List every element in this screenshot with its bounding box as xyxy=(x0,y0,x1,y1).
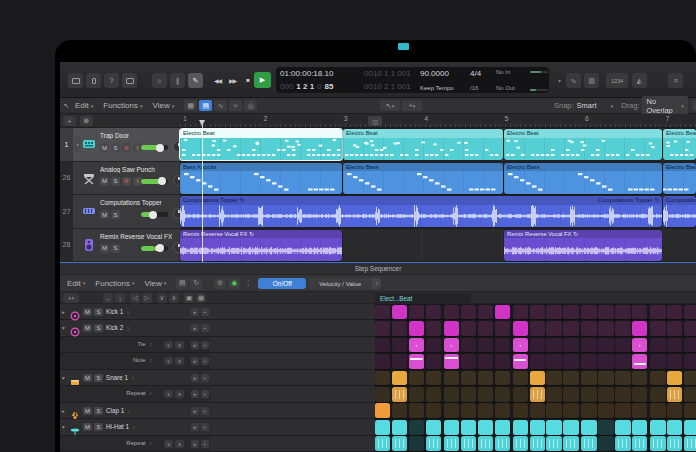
row-options-button[interactable]: ▪ xyxy=(201,374,209,382)
step-cell-repeat-3[interactable] xyxy=(409,436,424,451)
step-cell-repeat-15[interactable] xyxy=(615,387,630,402)
step-cell-hi-hat-1-19[interactable] xyxy=(684,420,696,435)
step-cell-note-4[interactable] xyxy=(426,354,441,369)
volume-slider[interactable] xyxy=(141,179,168,184)
step-cell-snare-1-5[interactable] xyxy=(444,371,459,386)
step-cell-kick-2-11[interactable] xyxy=(546,321,561,336)
step-cell-hi-hat-1-18[interactable] xyxy=(667,420,682,435)
step-cell-snare-1-19[interactable] xyxy=(684,371,696,386)
step-cell-kick-2-18[interactable] xyxy=(667,321,682,336)
step-cell-snare-1-16[interactable] xyxy=(632,371,647,386)
step-cell-kick-2-6[interactable] xyxy=(461,321,476,336)
seq-loop-icon[interactable]: ↻ xyxy=(190,278,202,289)
step-cell-tie-14[interactable]: › xyxy=(598,338,613,353)
region-electro-bass[interactable]: Electro Bass xyxy=(663,163,696,194)
step-cell-repeat-19[interactable] xyxy=(684,436,696,451)
step-cell-repeat-16[interactable] xyxy=(632,436,647,451)
step-cell-note-8[interactable] xyxy=(495,354,510,369)
step-cell-kick-1-10[interactable] xyxy=(530,305,545,320)
row-options-button[interactable]: ▪ xyxy=(201,390,209,398)
volume-slider[interactable] xyxy=(141,145,168,150)
step-cell-tie-8[interactable]: › xyxy=(495,338,510,353)
step-cell-kick-2-9[interactable] xyxy=(513,321,528,336)
row-solo-button[interactable]: S xyxy=(94,423,103,431)
seq-updown-icon[interactable]: ↕ xyxy=(115,293,125,303)
seq-row-header[interactable]: Repeat ↕∨∧▸▪ xyxy=(60,386,210,401)
row-rate-button[interactable]: ▸ xyxy=(191,308,199,316)
step-cell-kick-1-16[interactable] xyxy=(632,305,647,320)
step-cell-kick-2-12[interactable] xyxy=(563,321,578,336)
step-cell-note-3[interactable] xyxy=(409,354,424,369)
step-cell-tie-5[interactable]: › xyxy=(444,338,459,353)
add-track-button[interactable]: + xyxy=(63,116,76,126)
step-cell-note-11[interactable] xyxy=(546,354,561,369)
step-cell-clap-1-2[interactable] xyxy=(392,403,407,418)
subrow-stepper-icon[interactable]: ↕ xyxy=(148,440,152,446)
track-solo-button[interactable]: S xyxy=(111,244,120,253)
track-record-arm-button[interactable]: R xyxy=(122,143,131,152)
step-cell-note-7[interactable] xyxy=(478,354,493,369)
step-cell-clap-1-4[interactable] xyxy=(426,403,441,418)
step-cell-note-14[interactable] xyxy=(598,354,613,369)
seq-cell-a-icon[interactable]: ▣ xyxy=(184,293,194,303)
step-cell-repeat-11[interactable] xyxy=(546,387,561,402)
step-cell-snare-1-2[interactable] xyxy=(392,371,407,386)
step-cell-repeat-9[interactable] xyxy=(513,436,528,451)
step-cell-kick-1-14[interactable] xyxy=(598,305,613,320)
row-options-button[interactable]: ▪ xyxy=(201,440,209,448)
menu-functions[interactable]: Functions▾ xyxy=(103,101,142,110)
step-cell-note-10[interactable] xyxy=(530,354,545,369)
track-mute-button[interactable]: M xyxy=(100,210,109,219)
tuner-icon[interactable]: ∿ xyxy=(566,73,581,88)
step-cell-repeat-12[interactable] xyxy=(563,436,578,451)
row-solo-button[interactable]: S xyxy=(94,308,103,316)
pattern-tab[interactable]: Elect...Beat xyxy=(375,293,471,304)
step-cell-kick-2-2[interactable] xyxy=(392,321,407,336)
playhead-marker[interactable] xyxy=(199,120,205,126)
inspector-toggle-icon[interactable] xyxy=(86,73,101,88)
step-cell-tie-2[interactable]: › xyxy=(392,338,407,353)
row-name[interactable]: Kick 2 ↕ xyxy=(106,324,129,331)
step-cell-note-2[interactable] xyxy=(392,354,407,369)
step-cell-clap-1-1[interactable] xyxy=(375,403,390,418)
region-computations-topper[interactable]: Computations Topper ↻ xyxy=(663,196,696,227)
subrow-increment-icon[interactable]: ∧ xyxy=(175,440,184,448)
row-solo-button[interactable]: S xyxy=(94,324,103,332)
row-disclosure-icon[interactable]: ▾ xyxy=(62,424,65,430)
seq-row-header[interactable]: ▸MSKick 1 ↕▸▪ xyxy=(60,304,210,319)
catch-icon[interactable]: ◎ xyxy=(244,100,257,111)
step-cell-clap-1-17[interactable] xyxy=(650,403,665,418)
step-cell-kick-2-4[interactable] xyxy=(426,321,441,336)
step-cell-hi-hat-1-6[interactable] xyxy=(461,420,476,435)
track-record-arm-button[interactable]: R xyxy=(122,177,131,186)
row-mute-button[interactable]: M xyxy=(83,407,92,415)
step-cell-repeat-6[interactable] xyxy=(461,436,476,451)
step-cell-tie-15[interactable]: › xyxy=(615,338,630,353)
step-cell-kick-2-17[interactable] xyxy=(650,321,665,336)
row-rate-button[interactable]: ▸ xyxy=(191,374,199,382)
step-cell-repeat-8[interactable] xyxy=(495,387,510,402)
row-rate-button[interactable]: ▸ xyxy=(191,423,199,431)
seq-menu-edit[interactable]: Edit▾ xyxy=(67,279,85,288)
step-cell-repeat-12[interactable] xyxy=(563,387,578,402)
step-cell-clap-1-8[interactable] xyxy=(495,403,510,418)
step-cell-kick-2-7[interactable] xyxy=(478,321,493,336)
step-cell-kick-2-19[interactable] xyxy=(684,321,696,336)
menu-view[interactable]: View▾ xyxy=(153,101,175,110)
step-cell-clap-1-5[interactable] xyxy=(444,403,459,418)
volume-slider[interactable] xyxy=(141,212,168,217)
volume-slider[interactable] xyxy=(141,246,168,251)
step-cell-hi-hat-1-16[interactable] xyxy=(632,420,647,435)
row-options-button[interactable]: ▪ xyxy=(201,423,209,431)
track-mute-button[interactable]: M xyxy=(100,143,109,152)
step-cell-clap-1-9[interactable] xyxy=(513,403,528,418)
library-toggle-icon[interactable] xyxy=(68,73,83,88)
forward-icon[interactable]: ▶▶ xyxy=(225,72,240,88)
seq-live-record-icon[interactable]: ◉ xyxy=(228,278,240,289)
step-cell-repeat-13[interactable] xyxy=(581,387,596,402)
step-cell-kick-1-6[interactable] xyxy=(461,305,476,320)
row-rate-button[interactable]: ▸ xyxy=(191,357,199,365)
stop-icon[interactable]: ■ xyxy=(240,72,255,88)
volume-knob[interactable] xyxy=(149,211,157,219)
apple-loops-icon[interactable]: ▥ xyxy=(584,73,599,88)
